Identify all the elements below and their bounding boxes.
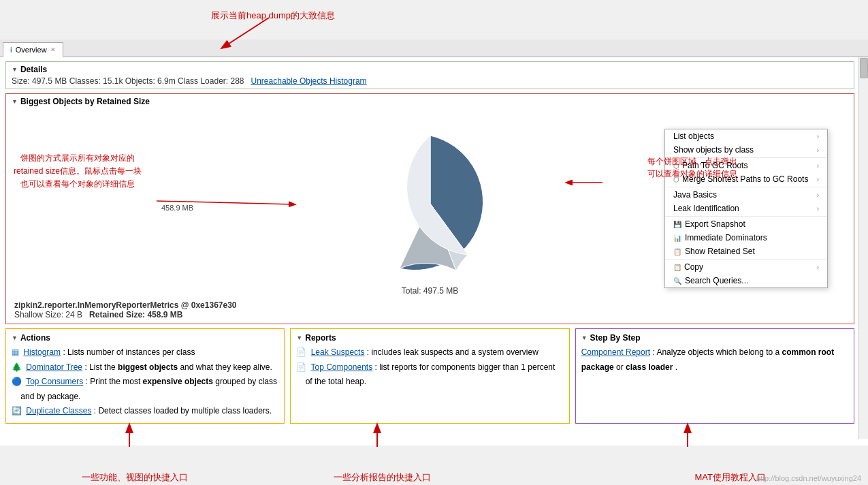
details-section: ▼ Details Size: 497.5 MB Classes: 15.1k … — [5, 61, 854, 89]
scrollbar[interactable] — [858, 57, 868, 439]
report-topcomp: 📄 Top Components : list reports for comp… — [296, 360, 563, 390]
step-content: Component Report : Analyze objects which… — [581, 345, 848, 375]
menu-item-copy[interactable]: 📋Copy › — [665, 260, 827, 274]
details-triangle: ▼ — [12, 66, 18, 73]
menu-item-dominators[interactable]: 📊Immediate Dominators — [665, 231, 827, 245]
retained-icon: 📋 — [673, 248, 681, 255]
topconsumers-link[interactable]: Top Consumers — [26, 377, 83, 386]
details-content: Size: 497.5 MB Classes: 15.1k Objects: 6… — [12, 76, 848, 86]
tab-label: Overview — [16, 46, 47, 54]
menu-item-leak-id[interactable]: Leak Identification› — [665, 202, 827, 215]
biggest-objects-section: ▼ Biggest Objects by Retained Size 458.9… — [5, 93, 854, 324]
reports-header: ▼ Reports — [296, 333, 563, 343]
component-report-link[interactable]: Component Report — [581, 347, 650, 357]
retained-size: Retained Size: 458.9 MB — [89, 310, 182, 319]
action-topconsumers: 🔵 Top Consumers : Print the most expensi… — [12, 375, 278, 404]
unreachable-link[interactable]: Unreachable Objects Histogram — [251, 76, 367, 86]
details-text: Size: 497.5 MB Classes: 15.1k Objects: 6… — [12, 76, 244, 86]
domtree-icon: 🌲 — [12, 362, 22, 372]
reports-section: ▼ Reports 📄 Leak Suspects : includes lea… — [290, 328, 569, 424]
menu-item-java-basics[interactable]: Java Basics› — [665, 188, 827, 202]
histogram-link[interactable]: Histogram — [23, 347, 61, 357]
domtree-link[interactable]: Dominator Tree — [26, 362, 82, 372]
details-header: ▼ Details — [12, 65, 848, 74]
top-components-link[interactable]: Top Components — [310, 362, 372, 372]
reports-content: 📄 Leak Suspects : includes leak suspects… — [296, 345, 563, 390]
menu-item-search[interactable]: 🔍Search Queries... — [665, 274, 827, 287]
menu-item-path-gc[interactable]: ⬡Path To GC Roots › — [665, 159, 827, 172]
tab-bar: i Overview ✕ — [0, 40, 868, 57]
watermark: http://blog.csdn.net/wuyuxing24 — [756, 474, 861, 482]
tab-icon: i — [10, 46, 12, 54]
bottom-center-annotation: 一些分析报告的快捷入口 — [334, 471, 431, 484]
actions-triangle: ▼ — [12, 334, 18, 341]
step-header: ▼ Step By Step — [581, 333, 848, 343]
merge-icon: ⬡ — [673, 176, 679, 183]
menu-item-merge-paths[interactable]: ⬡Merge Shortest Paths to GC Roots › — [665, 172, 827, 186]
copy-icon: 📋 — [673, 264, 681, 271]
pie-label-left: 458.9 MB — [161, 204, 193, 212]
leak-icon: 📄 — [296, 347, 306, 357]
main-content: ▼ Details Size: 497.5 MB Classes: 15.1k … — [0, 57, 868, 445]
details-title: Details — [20, 65, 47, 74]
shallow-size: Shallow Size: 24 B — [14, 310, 82, 319]
scrollbar-thumb[interactable] — [860, 58, 868, 78]
top-annotation: 展示当前heap dump的大致信息 — [211, 10, 335, 22]
action-histogram: ▦ Histogram : Lists number of instances … — [12, 345, 278, 360]
path-gc-icon: ⬡ — [673, 162, 679, 170]
step-by-step-section: ▼ Step By Step Component Report : Analyz… — [575, 328, 854, 424]
tab-close[interactable]: ✕ — [50, 46, 56, 53]
chart-area: 458.9 MB 35.3 MB 3.4 MB Total: 497.5 MB — [12, 108, 848, 299]
bottom-left-annotation: 一些功能、视图的快捷入口 — [82, 471, 188, 484]
actions-content: ▦ Histogram : Lists number of instances … — [12, 345, 278, 419]
search-icon: 🔍 — [673, 277, 681, 285]
topconsumers-icon: 🔵 — [12, 377, 22, 386]
export-icon: 💾 — [673, 221, 681, 228]
step-triangle: ▼ — [581, 334, 588, 341]
actions-header: ▼ Actions — [12, 333, 278, 343]
report-leak: 📄 Leak Suspects : includes leak suspects… — [296, 345, 563, 360]
reports-triangle: ▼ — [296, 334, 302, 341]
biggest-triangle: ▼ — [12, 98, 18, 105]
dupclasses-icon: 🔄 — [12, 406, 22, 416]
menu-item-export-snapshot[interactable]: 💾Export Snapshot — [665, 217, 827, 231]
action-domtree: 🌲 Dominator Tree : List the biggest obje… — [12, 360, 278, 375]
dupclasses-link[interactable]: Duplicate Classes — [26, 406, 91, 416]
biggest-title: Biggest Objects by Retained Size — [20, 97, 150, 106]
menu-item-show-objects[interactable]: Show objects by class› — [665, 143, 827, 157]
biggest-objects-header: ▼ Biggest Objects by Retained Size — [12, 97, 848, 106]
object-sizes: Shallow Size: 24 B Retained Size: 458.9 … — [14, 310, 846, 319]
step-title: Step By Step — [590, 333, 641, 343]
pie-chart[interactable] — [355, 129, 505, 279]
reports-title: Reports — [305, 333, 336, 343]
dominators-icon: 📊 — [673, 234, 681, 242]
actions-section: ▼ Actions ▦ Histogram : Lists number of … — [5, 328, 285, 424]
action-dupclasses: 🔄 Duplicate Classes : Detect classes loa… — [12, 404, 278, 419]
bottom-sections: ▼ Actions ▦ Histogram : Lists number of … — [5, 328, 854, 424]
histogram-icon: ▦ — [12, 347, 19, 357]
leak-suspects-link[interactable]: Leak Suspects — [311, 347, 365, 357]
overview-tab[interactable]: i Overview ✕ — [3, 42, 63, 57]
context-menu: List objects› Show objects by class› ⬡Pa… — [664, 129, 828, 288]
actions-title: Actions — [20, 333, 50, 343]
pie-total: Total: 497.5 MB — [402, 286, 458, 296]
object-info: zipkin2.reporter.InMemoryReporterMetrics… — [12, 299, 848, 321]
menu-item-list-objects[interactable]: List objects› — [665, 129, 827, 143]
bottom-right-annotation: MAT使用教程入口 — [695, 471, 766, 484]
menu-item-retained-set[interactable]: 📋Show Retained Set — [665, 245, 827, 258]
object-name: zipkin2.reporter.InMemoryReporterMetrics… — [14, 300, 846, 310]
topcomp-icon: 📄 — [296, 362, 306, 372]
